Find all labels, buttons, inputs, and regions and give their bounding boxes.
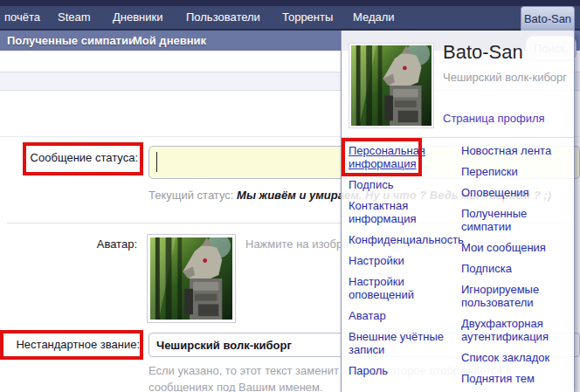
nav-item-pocheta[interactable]: почёта <box>4 6 40 29</box>
dropdown-settings-column: Персональная информация Подпись Контактн… <box>349 144 455 385</box>
nav-item-steam[interactable]: Steam <box>58 6 91 29</box>
main-navbar: почёта Steam Дневники Пользователи Торре… <box>0 6 580 29</box>
custom-title-label: Нестандартное звание: <box>3 338 140 351</box>
current-status-label: Текущий статус: <box>148 189 233 202</box>
dropdown-username: Bato-San <box>443 41 523 64</box>
dropdown-activity-column: Новостная лента Переписки Оповещения Пол… <box>461 144 571 392</box>
menu-item-ignored-users[interactable]: Игнорируемые пользователи <box>461 283 571 309</box>
nav-item-medali[interactable]: Медали <box>353 6 395 29</box>
menu-item-password[interactable]: Пароль <box>349 364 455 377</box>
dropdown-separator <box>342 137 574 138</box>
text-cursor <box>156 152 157 172</box>
menu-item-two-factor-auth[interactable]: Двухфакторная аутентификация <box>461 317 571 343</box>
app-window: почёта Steam Дневники Пользователи Торре… <box>0 0 580 392</box>
menu-item-news-feed[interactable]: Новостная лента <box>461 144 571 157</box>
menu-item-my-posts[interactable]: Мои сообщения <box>461 241 571 254</box>
menu-item-likes-received[interactable]: Полученные симпатии <box>461 207 571 233</box>
menu-item-contact-info[interactable]: Контактная информация <box>349 199 455 225</box>
dropdown-avatar-image[interactable] <box>349 43 434 128</box>
menu-item-thread-bumps[interactable]: Поднятия тем <box>461 372 571 385</box>
window-top-strip <box>0 0 580 6</box>
subnav-item-sympathies[interactable]: Полученные симпатии <box>7 31 135 51</box>
account-tab[interactable]: Bato-San <box>521 6 575 31</box>
dropdown-user-title: Чеширский волк-киборг <box>443 71 567 84</box>
menu-item-external-accounts[interactable]: Внешние учётные записи <box>349 330 455 356</box>
subnav-item-my-blog[interactable]: Мой дневник <box>133 31 206 51</box>
menu-item-privacy[interactable]: Конфиденциальность <box>349 233 455 246</box>
avatar-label: Аватар: <box>0 237 137 251</box>
account-menu-dropdown: Bato-San Чеширский волк-киборг Страница … <box>341 31 575 392</box>
status-message-label: Сообщение статуса: <box>26 151 138 164</box>
menu-item-subscription[interactable]: Подписка <box>461 262 571 275</box>
menu-item-avatar[interactable]: Аватар <box>349 309 455 322</box>
menu-item-signature[interactable]: Подпись <box>349 178 455 191</box>
avatar-image[interactable] <box>147 234 236 323</box>
menu-item-bookmarks[interactable]: Список закладок <box>461 351 571 364</box>
nav-item-dnevniki[interactable]: Дневники <box>113 6 163 29</box>
profile-page-link[interactable]: Страница профиля <box>443 112 545 125</box>
nav-item-polzovateli[interactable]: Пользователи <box>186 6 260 29</box>
menu-item-preferences[interactable]: Настройки <box>349 254 455 267</box>
menu-item-alerts[interactable]: Оповещения <box>461 186 571 199</box>
menu-item-alert-preferences[interactable]: Настройки оповещений <box>349 275 455 301</box>
nav-item-torrenty[interactable]: Торренты <box>282 6 333 29</box>
menu-item-conversations[interactable]: Переписки <box>461 165 571 178</box>
menu-item-personal-info[interactable]: Персональная информация <box>349 144 455 170</box>
